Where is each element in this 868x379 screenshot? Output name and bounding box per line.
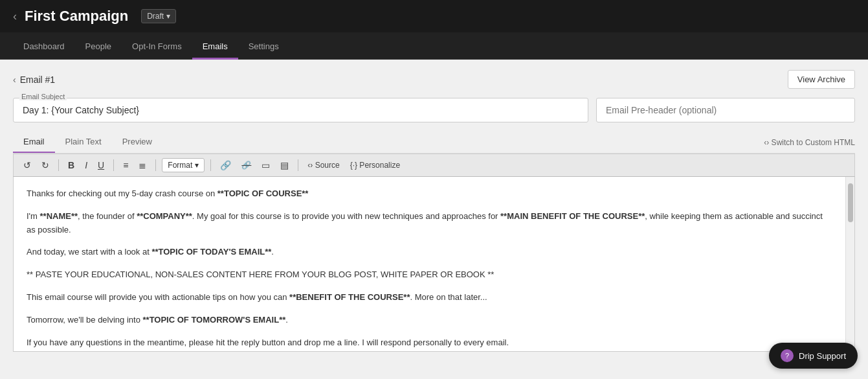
view-archive-button[interactable]: View Archive	[788, 70, 855, 89]
unordered-list-button[interactable]: ≡	[120, 158, 131, 172]
italic-button[interactable]: I	[82, 158, 91, 172]
ordered-list-button[interactable]: ≣	[135, 158, 150, 172]
personalize-button[interactable]: {·} Personalize	[347, 159, 403, 172]
campaign-title: First Campaign	[25, 8, 128, 25]
form-row: Email Subject	[13, 98, 855, 122]
toolbar-separator-2	[113, 159, 114, 171]
unlink-button[interactable]: 🔗	[238, 159, 254, 172]
email-line-1: Thanks for checking out my 5-day crash c…	[27, 187, 832, 201]
format-label: Format	[168, 161, 192, 170]
image-button[interactable]: ▤	[277, 158, 292, 172]
back-arrow-icon[interactable]: ‹	[13, 10, 17, 23]
top-header: ‹ First Campaign Draft ▾	[0, 0, 868, 32]
tab-settings[interactable]: Settings	[238, 35, 289, 60]
email-line-3: And today, we start with a look at **TOP…	[27, 246, 832, 259]
switch-html-label: ‹› Switch to Custom HTML	[764, 138, 855, 147]
email-subject-input[interactable]	[13, 98, 588, 122]
nav-tabs: Dashboard People Opt-In Forms Emails Set…	[0, 32, 868, 60]
bold-button[interactable]: B	[65, 158, 78, 172]
drip-support-label: Drip Support	[799, 351, 846, 361]
editor-toolbar: ↺ ↻ B I U ≡ ≣ Format ▾ 🔗 🔗 ▭ ▤ ‹› Source…	[13, 154, 855, 177]
toolbar-separator-5	[298, 159, 298, 171]
link-button[interactable]: 🔗	[217, 158, 234, 172]
editor-scrollbar[interactable]	[845, 177, 854, 351]
editor-body: Thanks for checking out my 5-day crash c…	[13, 177, 855, 352]
format-arrow-icon: ▾	[195, 161, 199, 170]
email-line-4: ** PASTE YOUR EDUCATIONAL, NON-SALES CON…	[27, 268, 832, 282]
drip-support-icon: ?	[781, 349, 794, 362]
tab-opt-in-forms[interactable]: Opt-In Forms	[122, 35, 192, 60]
preheader-group	[596, 98, 855, 122]
editor-tabs: Email Plain Text Preview ‹› Switch to Cu…	[13, 132, 855, 154]
undo-button[interactable]: ↺	[20, 158, 34, 172]
drip-support-question-icon: ?	[785, 352, 789, 360]
tab-plain-text[interactable]: Plain Text	[55, 132, 112, 153]
breadcrumb-title: Email #1	[20, 75, 55, 85]
draft-arrow-icon: ▾	[166, 12, 170, 21]
underline-button[interactable]: U	[95, 158, 107, 172]
email-breadcrumb: ‹ Email #1 View Archive	[13, 70, 855, 89]
tab-email-editor[interactable]: Email	[13, 132, 55, 153]
preheader-input[interactable]	[596, 98, 855, 122]
source-button[interactable]: ‹› Source	[304, 159, 342, 172]
toolbar-separator-4	[210, 159, 211, 171]
drip-support-button[interactable]: ? Drip Support	[769, 343, 858, 369]
tab-dashboard[interactable]: Dashboard	[13, 35, 75, 60]
breadcrumb-left: ‹ Email #1	[13, 75, 55, 85]
draft-label: Draft	[147, 12, 164, 21]
draft-dropdown[interactable]: Draft ▾	[141, 9, 176, 23]
email-subject-label: Email Subject	[19, 93, 67, 100]
email-line-5: This email course will provide you with …	[27, 291, 832, 304]
breadcrumb-back-icon[interactable]: ‹	[13, 75, 16, 85]
content-area: ‹ Email #1 View Archive Email Subject Em…	[0, 60, 868, 379]
toolbar-separator-1	[58, 159, 59, 171]
email-line-2: I'm **NAME**, the founder of **COMPANY**…	[27, 210, 832, 237]
scrollbar-thumb	[848, 183, 853, 222]
tab-preview[interactable]: Preview	[112, 132, 162, 153]
email-subject-group: Email Subject	[13, 98, 588, 122]
tab-people[interactable]: People	[75, 35, 122, 60]
toolbar-separator-3	[155, 159, 156, 171]
email-line-7: If you have any questions in the meantim…	[27, 336, 832, 350]
email-line-6: Tomorrow, we'll be delving into **TOPIC …	[27, 314, 832, 327]
editor-tab-list: Email Plain Text Preview	[13, 132, 162, 153]
redo-button[interactable]: ↻	[38, 158, 52, 172]
format-dropdown[interactable]: Format ▾	[162, 158, 205, 172]
tab-emails[interactable]: Emails	[192, 35, 238, 60]
switch-html-button[interactable]: ‹› Switch to Custom HTML	[761, 138, 855, 147]
block-button[interactable]: ▭	[258, 158, 273, 172]
editor-content[interactable]: Thanks for checking out my 5-day crash c…	[14, 177, 845, 351]
